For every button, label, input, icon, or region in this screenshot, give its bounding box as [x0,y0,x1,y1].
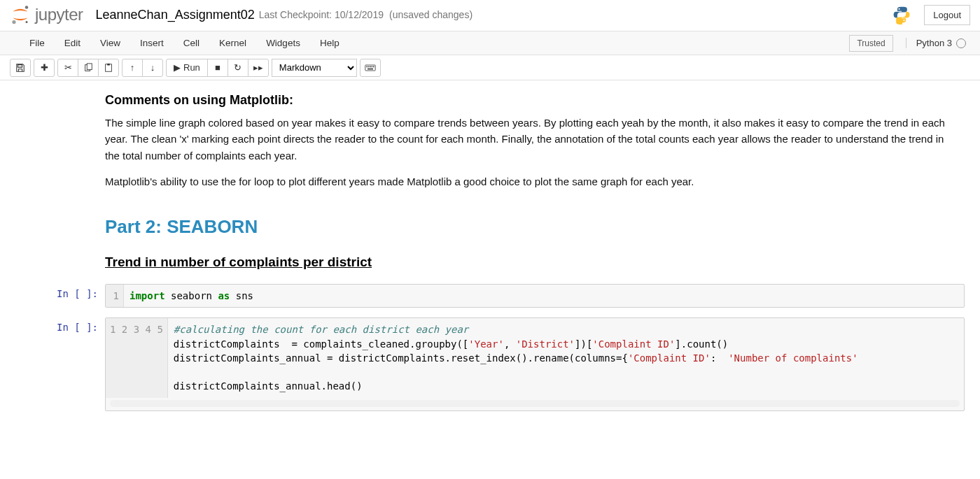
code-body[interactable]: import seaborn as sns [124,285,964,307]
paste-icon [104,63,113,73]
line-gutter: 1 2 3 4 5 [106,318,168,397]
restart-icon: ↻ [234,62,241,73]
fast-forward-icon: ▸▸ [253,62,263,73]
notebook-header: jupyter LeanneChan_Assignment02 Last Che… [0,0,980,31]
cut-button[interactable]: ✂ [57,59,78,77]
kernel-status-icon [956,38,966,48]
jupyter-logo-text: jupyter [35,5,83,24]
svg-rect-9 [368,66,370,67]
input-prompt: In [ ]: [15,284,105,308]
paste-button[interactable] [98,59,119,77]
arrow-up-icon: ↑ [130,62,135,73]
code-body[interactable]: #calculating the count for each district… [168,318,964,397]
menu-view[interactable]: View [90,32,130,54]
menu-cell[interactable]: Cell [174,32,209,54]
command-palette-button[interactable] [360,59,381,77]
logout-button[interactable]: Logout [924,5,970,25]
svg-point-0 [25,6,29,9]
svg-rect-13 [368,68,373,69]
stop-icon: ■ [215,62,220,73]
svg-rect-7 [365,65,375,71]
move-up-button[interactable]: ↑ [122,59,143,77]
code-cell-2[interactable]: In [ ]: 1 2 3 4 5 #calculating the count… [15,317,965,410]
svg-rect-4 [87,63,92,69]
checkpoint-text: Last Checkpoint: 10/12/2019 [259,9,384,20]
menu-widgets[interactable]: Widgets [256,32,310,54]
notebook-title[interactable]: LeanneChan_Assignment02 [96,8,255,22]
markdown-cell[interactable]: Comments on using Matplotlib: The simple… [105,93,952,270]
interrupt-button[interactable]: ■ [207,59,228,77]
code-cell-1[interactable]: In [ ]: 1 import seaborn as sns [15,284,965,308]
copy-button[interactable] [78,59,99,77]
arrow-down-icon: ↓ [150,62,155,73]
svg-point-2 [26,21,28,23]
run-icon: ▶ [174,62,181,73]
svg-rect-6 [107,63,110,65]
menu-help[interactable]: Help [310,32,349,54]
jupyter-logo[interactable]: jupyter [10,4,83,25]
menu-insert[interactable]: Insert [130,32,174,54]
plus-icon: ✚ [41,62,48,73]
cell-type-select[interactable]: Markdown [272,59,357,77]
svg-rect-10 [370,66,371,67]
heading-trend: Trend in number of complaints per distri… [105,255,952,270]
line-gutter: 1 [106,285,124,307]
toolbar: ✚ ✂ ↑ ↓ ▶Run ■ ↻ ▸▸ Markdown [0,55,980,80]
restart-button[interactable]: ↻ [227,59,248,77]
save-icon [15,63,25,73]
trusted-badge[interactable]: Trusted [849,35,892,52]
heading-seaborn: Part 2: SEABORN [105,216,952,238]
kernel-name[interactable]: Python 3 [906,38,970,49]
horizontal-scrollbar[interactable] [110,400,960,407]
menu-file[interactable]: File [20,32,55,54]
menubar: File Edit View Insert Cell Kernel Widget… [0,31,980,55]
notebook-container: Comments on using Matplotlib: The simple… [0,80,980,434]
copy-icon [83,63,93,73]
svg-point-1 [12,20,15,24]
paragraph-2: Matplotlib's ability to use the for loop… [105,173,952,190]
unsaved-text: (unsaved changes) [389,9,472,20]
save-button[interactable] [10,59,31,77]
input-prompt: In [ ]: [15,317,105,410]
python-logo-icon [892,5,911,24]
menu-edit[interactable]: Edit [55,32,90,54]
svg-rect-12 [373,66,374,67]
svg-rect-8 [366,66,368,67]
move-down-button[interactable]: ↓ [142,59,163,77]
heading-matplotlib: Comments on using Matplotlib: [105,93,952,108]
menu-kernel[interactable]: Kernel [209,32,256,54]
insert-cell-button[interactable]: ✚ [34,59,55,77]
svg-rect-11 [371,66,372,67]
keyboard-icon [365,64,376,72]
paragraph-1: The simple line graph colored based on y… [105,115,952,164]
restart-run-all-button[interactable]: ▸▸ [248,59,269,77]
scissors-icon: ✂ [64,62,72,73]
code-input-area[interactable]: 1 2 3 4 5 #calculating the count for eac… [105,317,965,410]
code-input-area[interactable]: 1 import seaborn as sns [105,284,965,308]
run-button[interactable]: ▶Run [166,59,208,77]
jupyter-logo-icon [10,4,31,25]
